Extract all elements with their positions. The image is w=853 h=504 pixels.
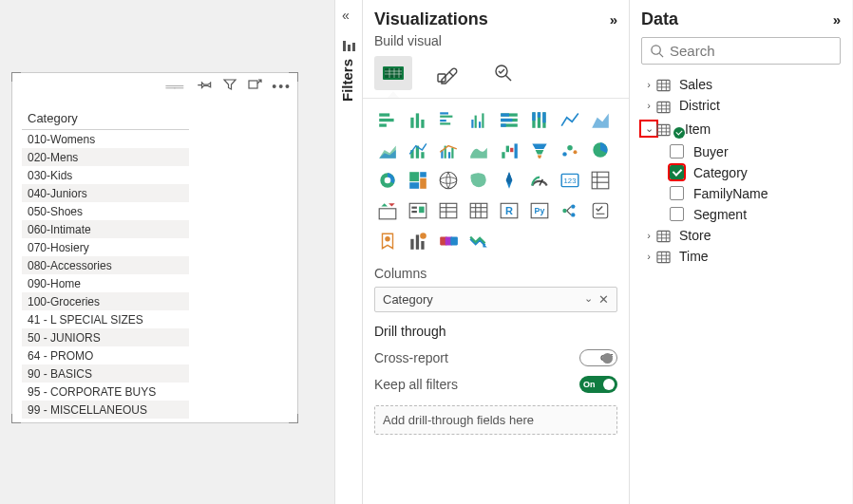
field-remove-icon[interactable]: ✕ (598, 292, 609, 307)
field-node-familyname[interactable]: FamilyName (641, 183, 841, 204)
focus-mode-icon[interactable] (247, 77, 262, 95)
viz-type-stacked-col[interactable] (405, 106, 431, 133)
format-visual-tab[interactable] (429, 56, 467, 90)
viz-type-waterfall[interactable] (496, 137, 522, 163)
svg-rect-22 (440, 122, 450, 124)
viz-type-python[interactable]: Py (526, 197, 553, 224)
chevron-right-icon[interactable]: › (641, 230, 656, 241)
viz-type-stacked-bar[interactable] (374, 106, 401, 133)
viz-type-100-col[interactable] (526, 106, 553, 133)
table-node-sales[interactable]: ›Sales (641, 74, 841, 95)
svg-rect-14 (379, 119, 393, 121)
drag-grip-icon[interactable]: ══ (165, 79, 182, 94)
viz-type-ribbon[interactable] (465, 137, 492, 163)
field-node-segment[interactable]: Segment (641, 204, 841, 225)
viz-type-power-apps[interactable] (405, 228, 431, 254)
table-node-time[interactable]: ›Time (641, 246, 841, 267)
viz-type-gauge[interactable] (526, 167, 553, 194)
field-chevron-icon[interactable]: ⌄ (584, 292, 593, 307)
table-node-store[interactable]: ›Store (641, 225, 841, 246)
viz-type-funnel[interactable] (526, 137, 553, 163)
viz-type-line-stacked-col[interactable] (405, 137, 431, 163)
viz-type-power-automate[interactable] (435, 228, 462, 254)
build-visual-tab[interactable] (374, 56, 412, 90)
resize-handle-br[interactable] (289, 414, 298, 423)
viz-type-table[interactable] (435, 197, 462, 224)
viz-type-pie[interactable] (587, 137, 614, 163)
expand-filters-icon[interactable]: « (342, 8, 350, 23)
viz-type-clustered-bar[interactable] (435, 106, 462, 133)
table-row[interactable]: 020-Mens (22, 148, 189, 166)
field-node-buyer[interactable]: Buyer (641, 141, 841, 162)
checkbox-checked[interactable] (670, 165, 684, 179)
table-label: Time (679, 249, 709, 264)
viz-type-line[interactable] (557, 106, 583, 133)
filter-icon[interactable] (222, 77, 237, 95)
chevron-right-icon[interactable]: › (641, 251, 656, 262)
viz-type-r-visual[interactable]: R (496, 197, 522, 224)
table-row[interactable]: 090-Home (22, 274, 189, 292)
analytics-tab[interactable] (484, 56, 522, 90)
table-row[interactable]: 99 - MISCELLANEOUS (22, 401, 189, 419)
table-row[interactable]: 64 - PROMO (22, 346, 189, 364)
collapse-data-icon[interactable]: » (833, 11, 841, 28)
checkbox[interactable] (670, 186, 684, 200)
resize-handle-bl[interactable] (11, 414, 21, 423)
chevron-down-icon[interactable]: ⌄ (641, 121, 656, 136)
table-node-district[interactable]: ›District (641, 95, 841, 116)
chevron-right-icon[interactable]: › (641, 79, 656, 90)
table-label: Item (685, 121, 711, 137)
table-row[interactable]: 050-Shoes (22, 202, 189, 220)
table-row[interactable]: 060-Intimate (22, 220, 189, 238)
table-row[interactable]: 100-Groceries (22, 292, 189, 310)
viz-type-matrix[interactable] (465, 197, 492, 224)
columns-section-label: Columns (374, 266, 617, 281)
pin-icon[interactable] (198, 77, 213, 95)
table-row[interactable]: 50 - JUNIORS (22, 328, 189, 346)
keep-all-filters-toggle[interactable]: On (579, 376, 617, 393)
field-node-category[interactable]: Category (641, 162, 841, 183)
viz-type-smart-narrative[interactable] (587, 197, 614, 224)
viz-type-treemap[interactable] (405, 167, 431, 194)
viz-type-decomp[interactable] (557, 197, 583, 224)
checkbox[interactable] (670, 207, 684, 221)
columns-field-well[interactable]: Category ⌄ ✕ (374, 287, 617, 312)
filters-label[interactable]: Filters (339, 59, 355, 102)
collapse-visualizations-icon[interactable]: » (610, 11, 617, 28)
field-well-item[interactable]: Category (383, 292, 433, 307)
viz-type-card[interactable]: 123 (557, 167, 583, 194)
viz-type-slicer[interactable] (405, 197, 431, 224)
resize-handle-tl[interactable] (11, 72, 21, 82)
table-row[interactable]: 030-Kids (22, 166, 189, 184)
viz-type-map[interactable] (435, 167, 462, 194)
table-node-item[interactable]: ⌄Item (641, 117, 841, 141)
table-visual-container[interactable]: ══ ••• Category 010-Womens020-Mens030-Ki… (11, 72, 298, 423)
viz-type-scatter[interactable] (557, 137, 583, 163)
cross-report-toggle[interactable]: Off (579, 349, 617, 366)
table-row[interactable]: 010-Womens (22, 130, 189, 148)
table-row[interactable]: 040-Juniors (22, 184, 189, 202)
viz-type-100-bar[interactable] (496, 106, 522, 133)
table-column-header[interactable]: Category (22, 107, 189, 130)
table-row[interactable]: 95 - CORPORATE BUYS (22, 383, 189, 401)
viz-type-kpi[interactable] (587, 167, 614, 194)
table-row[interactable]: 41 - L SPECIAL SIZES (22, 310, 189, 328)
drill-through-drop-area[interactable]: Add drill-through fields here (374, 405, 617, 435)
search-input[interactable]: Search (641, 37, 841, 65)
viz-type-azure-map[interactable] (496, 167, 522, 194)
table-row[interactable]: 070-Hosiery (22, 238, 189, 256)
viz-type-donut[interactable] (374, 167, 401, 194)
more-options-icon[interactable]: ••• (272, 79, 292, 94)
viz-type-clustered-col[interactable] (465, 106, 492, 133)
viz-type-area[interactable] (587, 106, 614, 133)
viz-type-line-clustered-col[interactable] (435, 137, 462, 163)
checkbox[interactable] (670, 144, 684, 159)
viz-type-filled-map[interactable] (465, 167, 492, 194)
viz-type-q-and-a[interactable] (465, 228, 492, 254)
viz-type-stacked-area[interactable] (374, 137, 401, 163)
viz-type-multirow-card[interactable] (374, 197, 401, 224)
table-row[interactable]: 90 - BASICS (22, 364, 189, 383)
table-row[interactable]: 080-Accessories (22, 256, 189, 274)
chevron-right-icon[interactable]: › (641, 100, 656, 111)
viz-type-paginated[interactable] (374, 228, 401, 254)
